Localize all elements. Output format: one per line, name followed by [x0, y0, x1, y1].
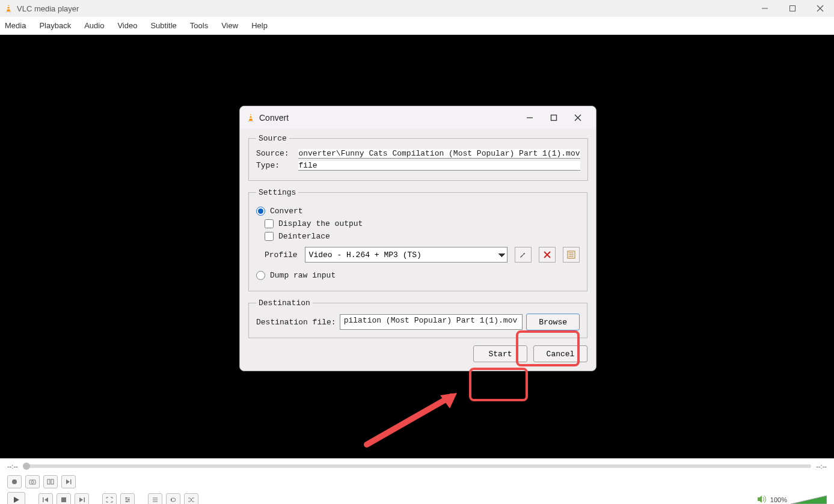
minimize-button[interactable]	[751, 0, 779, 17]
svg-point-25	[126, 501, 128, 503]
volume-slider[interactable]	[791, 494, 827, 504]
convert-dialog: Convert Source Source: onverter\Funny Ca…	[239, 106, 596, 371]
speaker-icon[interactable]	[757, 495, 767, 505]
skip-back-button[interactable]	[38, 493, 53, 504]
dump-label: Dump raw input	[270, 271, 336, 280]
skip-forward-button[interactable]	[75, 493, 89, 504]
display-output-checkbox[interactable]	[265, 219, 274, 228]
source-label: Source:	[256, 149, 293, 159]
convert-label: Convert	[270, 207, 303, 216]
svg-point-24	[128, 499, 130, 501]
dialog-title: Convert	[259, 113, 518, 123]
menubar: Media Playback Audio Video Subtitle Tool…	[0, 17, 834, 35]
shuffle-button[interactable]	[184, 493, 198, 504]
menu-playback[interactable]: Playback	[39, 21, 71, 30]
type-label: Type:	[256, 161, 293, 171]
destination-group: Destination Destination file: pilation (…	[248, 299, 587, 338]
display-output-label: Display the output	[278, 219, 363, 228]
extended-settings-button[interactable]	[120, 493, 135, 504]
svg-rect-1	[7, 6, 10, 7]
delete-profile-button[interactable]	[539, 247, 556, 263]
dialog-minimize-button[interactable]	[518, 109, 542, 126]
new-profile-button[interactable]	[563, 247, 580, 263]
titlebar: VLC media player	[0, 0, 834, 17]
atob-loop-button[interactable]	[43, 475, 58, 488]
close-button[interactable]	[806, 0, 834, 17]
frame-step-button[interactable]	[61, 475, 76, 488]
svg-marker-14	[14, 497, 19, 503]
convert-radio[interactable]	[256, 207, 265, 216]
cancel-button[interactable]: Cancel	[533, 345, 587, 362]
app-title: VLC media player	[17, 4, 751, 13]
type-value: file	[298, 161, 580, 171]
settings-group: Settings Convert Display the output Dein…	[248, 188, 587, 291]
svg-marker-30	[758, 496, 762, 503]
edit-profile-button[interactable]	[515, 247, 532, 263]
dialog-titlebar[interactable]: Convert	[240, 106, 596, 129]
svg-rect-4	[790, 6, 796, 11]
time-elapsed: --:--	[7, 463, 18, 470]
svg-rect-37	[551, 115, 557, 121]
svg-rect-10	[48, 479, 50, 484]
svg-marker-16	[44, 497, 48, 502]
player-controls: --:-- --:-- 100%	[0, 458, 834, 504]
vlc-cone-icon	[246, 113, 256, 123]
svg-point-9	[31, 481, 34, 484]
destination-legend: Destination	[256, 299, 313, 308]
svg-rect-17	[61, 497, 66, 502]
svg-rect-33	[248, 121, 254, 122]
dump-radio-row[interactable]: Dump raw input	[256, 271, 580, 280]
menu-audio[interactable]: Audio	[84, 21, 104, 30]
time-total: --:--	[816, 463, 827, 470]
deinterlace-row[interactable]: Deinterlace	[265, 232, 580, 241]
svg-rect-2	[7, 8, 10, 9]
dialog-close-button[interactable]	[566, 109, 590, 126]
dump-radio[interactable]	[256, 271, 265, 280]
menu-media[interactable]: Media	[5, 21, 26, 30]
menu-video[interactable]: Video	[117, 21, 137, 30]
svg-marker-18	[79, 497, 83, 502]
loop-button[interactable]	[166, 493, 180, 504]
destination-file-input[interactable]: pilation (Most Popular) Part 1(1).mov	[340, 314, 523, 330]
new-profile-icon	[567, 250, 575, 259]
settings-legend: Settings	[256, 188, 298, 197]
snapshot-button[interactable]	[25, 475, 40, 488]
svg-rect-19	[84, 497, 85, 502]
profile-label: Profile	[265, 250, 298, 260]
display-output-row[interactable]: Display the output	[265, 219, 580, 228]
source-group: Source Source: onverter\Funny Cats Compi…	[248, 134, 588, 181]
svg-rect-11	[51, 479, 54, 484]
seek-slider[interactable]	[23, 464, 812, 468]
svg-rect-13	[70, 479, 72, 484]
convert-radio-row[interactable]: Convert	[256, 207, 580, 216]
vlc-cone-icon	[4, 4, 13, 13]
svg-marker-12	[66, 479, 70, 484]
source-value: onverter\Funny Cats Compilation (Most Po…	[298, 149, 580, 159]
deinterlace-label: Deinterlace	[278, 232, 330, 241]
start-button[interactable]: Start	[473, 345, 527, 362]
browse-button[interactable]: Browse	[526, 314, 580, 330]
dialog-maximize-button[interactable]	[542, 109, 566, 126]
svg-point-23	[126, 497, 127, 499]
svg-rect-34	[250, 115, 252, 116]
source-legend: Source	[256, 134, 289, 143]
maximize-button[interactable]	[779, 0, 806, 17]
menu-tools[interactable]: Tools	[190, 21, 208, 30]
stop-button[interactable]	[57, 493, 71, 504]
deinterlace-checkbox[interactable]	[265, 232, 274, 241]
profile-select[interactable]: Video - H.264 + MP3 (TS)	[305, 247, 507, 263]
playlist-button[interactable]	[148, 493, 162, 504]
menu-subtitle[interactable]: Subtitle	[150, 21, 176, 30]
volume-percent: 100%	[770, 496, 787, 503]
destination-label: Destination file:	[256, 318, 336, 327]
menu-help[interactable]: Help	[251, 21, 268, 30]
wrench-icon	[519, 250, 527, 259]
svg-rect-35	[249, 118, 252, 118]
record-button[interactable]	[7, 475, 22, 488]
menu-view[interactable]: View	[221, 21, 238, 30]
play-button[interactable]	[7, 492, 25, 504]
x-icon	[544, 251, 551, 258]
fullscreen-button[interactable]	[102, 493, 117, 504]
svg-rect-15	[43, 497, 44, 502]
svg-point-7	[12, 479, 17, 484]
